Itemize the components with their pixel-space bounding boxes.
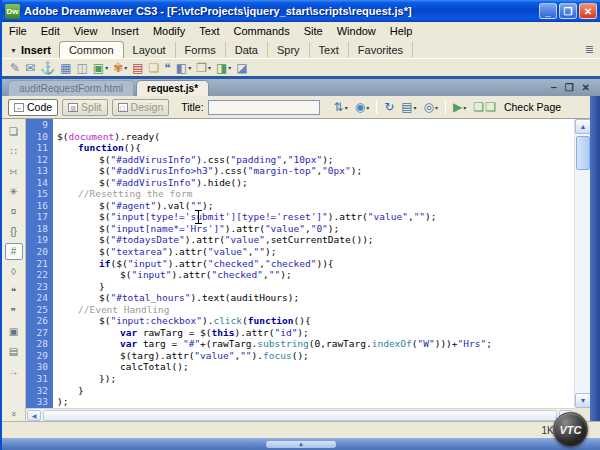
code-line[interactable]: 25//Event Handling [26, 304, 574, 316]
dropdown-arrow-icon[interactable]: ▾ [208, 62, 211, 74]
apply-comment-icon[interactable]: ❝ [5, 283, 23, 300]
expand-all-icon[interactable]: ✳ [5, 183, 23, 200]
indent-code-icon[interactable]: → [5, 363, 23, 380]
dropdown-arrow-icon[interactable]: ▾ [414, 104, 417, 111]
code-line[interactable]: 15//Resetting the form [26, 188, 574, 200]
validate-markup-button[interactable]: ▶▾ [453, 100, 466, 114]
select-parent-tag-icon[interactable]: ¤ [5, 203, 23, 220]
code-view[interactable]: 910$(document).ready(11function(){12$("#… [26, 119, 574, 408]
code-text[interactable]: function(){ [53, 142, 574, 154]
collapse-full-tag-icon[interactable]: ∷ [5, 143, 23, 160]
remove-comment-icon[interactable]: ❞ [5, 303, 23, 320]
code-text[interactable]: $(document).ready( [53, 131, 574, 143]
insert-templates-icon-button[interactable]: ◨▾ [216, 62, 231, 74]
code-line[interactable]: 26$("input:checkbox").click(function(){ [26, 315, 574, 327]
dropdown-arrow-icon[interactable]: ▾ [463, 104, 466, 111]
insert-script-icon-button[interactable]: ❐▾ [196, 62, 211, 74]
insert-tab-layout[interactable]: Layout [124, 42, 176, 58]
menu-commands[interactable]: Commands [226, 23, 296, 39]
code-text[interactable]: }); [53, 373, 574, 385]
code-text[interactable]: ); [53, 396, 574, 408]
code-text[interactable] [53, 119, 574, 131]
insert-tab-spry[interactable]: Spry [268, 42, 310, 58]
collapse-selection-icon[interactable]: ∺ [5, 163, 23, 180]
dropdown-arrow-icon[interactable]: ▾ [188, 62, 191, 74]
code-line[interactable]: 23} [26, 281, 574, 293]
code-line[interactable]: 9 [26, 119, 574, 131]
code-line[interactable]: 31}); [26, 373, 574, 385]
vertical-scrollbar[interactable]: ▲ ▼ [574, 119, 590, 408]
insert-head-icon-button[interactable]: ◧▾ [176, 62, 191, 74]
code-line[interactable]: 29$(targ).attr("value","").focus(); [26, 350, 574, 362]
code-text[interactable]: $("input[name*='Hrs']").attr("value","0"… [53, 223, 574, 235]
menu-text[interactable]: Text [192, 23, 226, 39]
insert-panel-header[interactable]: ▼ Insert [2, 44, 59, 58]
code-line[interactable]: 27var rawTarg = $(this).attr("id"); [26, 327, 574, 339]
menu-modify[interactable]: Modify [146, 23, 192, 39]
dropdown-arrow-icon[interactable]: ▾ [366, 104, 369, 111]
code-line[interactable]: 12$("#addVirusInfo").css("padding","10px… [26, 154, 574, 166]
code-text[interactable]: $("#agent").val(""); [53, 200, 574, 212]
vertical-scroll-thumb[interactable] [576, 136, 590, 170]
doc-restore-button[interactable]: ❐ [565, 82, 574, 93]
code-text[interactable]: $("input[type!='submit'][type!='reset']"… [53, 211, 574, 223]
panel-splitter-bottom[interactable]: ▲ [2, 438, 600, 450]
horizontal-scroll-thumb[interactable] [43, 410, 557, 421]
code-text[interactable]: } [53, 281, 574, 293]
balance-braces-icon[interactable]: {} [5, 223, 23, 240]
insert-insert-div-tag-icon-button[interactable]: ◫ [76, 62, 87, 74]
menu-window[interactable]: Window [330, 23, 383, 39]
minimize-button[interactable]: _ [539, 3, 557, 19]
code-line[interactable]: 28var targ = "#"+(rawTarg.substring(0,ra… [26, 338, 574, 350]
doc-close-button[interactable]: ✕ [582, 82, 590, 93]
file-management-button[interactable]: ⇅▾ [334, 100, 348, 114]
scroll-left-arrow-icon[interactable]: ◀ [27, 410, 41, 421]
design-view-button[interactable]: ▢ Design [112, 99, 170, 116]
code-line[interactable]: 14$("#addVirusInfo").hide(); [26, 177, 574, 189]
code-text[interactable]: $(targ).attr("value","").focus(); [53, 350, 574, 362]
split-view-button[interactable]: ▥ Split [62, 99, 107, 116]
insert-media-icon-button[interactable]: ✾▾ [113, 62, 127, 74]
panel-splitter-right[interactable] [590, 96, 600, 438]
open-documents-icon[interactable]: ❏ [5, 123, 23, 140]
insert-tab-favorites[interactable]: Favorites [349, 42, 413, 58]
doc-tab-auditrequestform-html[interactable]: auditRequestForm.html [8, 80, 134, 96]
insert-tab-text[interactable]: Text [310, 42, 349, 58]
dropdown-arrow-icon[interactable]: ▾ [124, 62, 127, 74]
close-button[interactable]: ✕ [579, 3, 597, 19]
doc-minimize-button[interactable]: ‒ [551, 82, 557, 93]
code-text[interactable]: } [53, 385, 574, 397]
menu-help[interactable]: Help [383, 23, 420, 39]
menu-edit[interactable]: Edit [34, 23, 67, 39]
menu-insert[interactable]: Insert [104, 23, 146, 39]
code-text[interactable]: $("#addVirusInfo>h3").css("margin-top","… [53, 165, 574, 177]
menu-file[interactable]: File [2, 23, 34, 39]
insert-tab-forms[interactable]: Forms [176, 42, 226, 58]
dropdown-arrow-icon[interactable]: ▾ [345, 104, 348, 111]
scroll-up-arrow-icon[interactable]: ▲ [575, 119, 591, 134]
line-numbers-icon[interactable]: # [5, 243, 23, 260]
code-line[interactable]: 33); [26, 396, 574, 408]
title-input[interactable] [208, 100, 320, 115]
code-line[interactable]: 17$("input[type!='submit'][type!='reset'… [26, 211, 574, 223]
code-text[interactable]: $("#todaysDate").attr("value",setCurrent… [53, 234, 574, 246]
code-line[interactable]: 13$("#addVirusInfo>h3").css("margin-top"… [26, 165, 574, 177]
code-line[interactable]: 11function(){ [26, 142, 574, 154]
code-text[interactable]: $("#addVirusInfo").hide(); [53, 177, 574, 189]
insert-email-link-icon-button[interactable]: ✉ [25, 62, 35, 74]
insert-hyperlink-icon-button[interactable]: ✎ [10, 62, 20, 74]
insert-comment-icon-button[interactable]: ❝ [164, 62, 170, 74]
code-editor[interactable]: ❏∷∺✳¤{}#◊❝❞▣▤→» 910$(document).ready(11f… [2, 119, 600, 408]
code-line[interactable]: 20$("textarea").attr("value",""); [26, 246, 574, 258]
insert-bar-menu-icon[interactable]: ≣ [585, 43, 594, 56]
code-line[interactable]: 32} [26, 385, 574, 397]
recent-snippets-icon[interactable]: ▤ [5, 343, 23, 360]
code-text[interactable]: $("input:checkbox").click(function(){ [53, 315, 574, 327]
check-page-button[interactable]: Check Page [504, 101, 561, 113]
splitter-grip[interactable]: ▲ [266, 441, 336, 448]
code-line[interactable]: 22$("input").attr("checked",""); [26, 269, 574, 281]
menu-site[interactable]: Site [297, 23, 330, 39]
insert-tab-data[interactable]: Data [226, 42, 268, 58]
dropdown-arrow-icon[interactable]: ▾ [228, 62, 231, 74]
insert-table-icon-button[interactable]: ▦ [60, 62, 71, 74]
